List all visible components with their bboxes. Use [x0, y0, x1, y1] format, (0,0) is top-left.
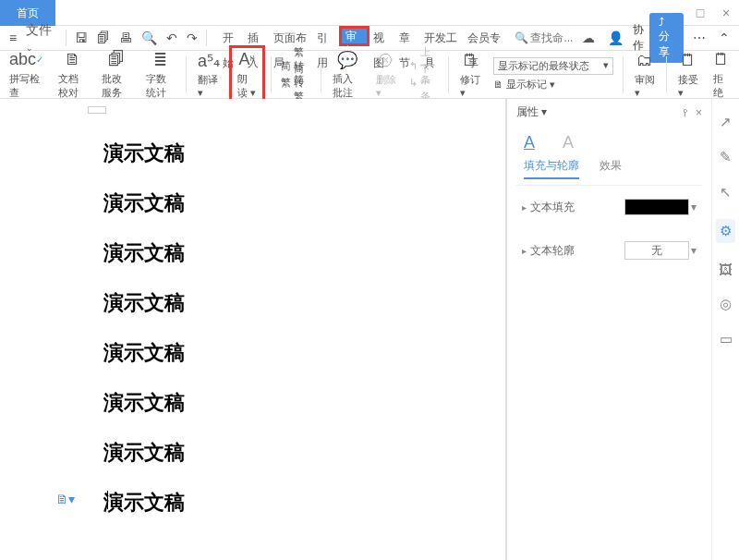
read-aloud-icon: A⁾⁾ — [238, 50, 255, 70]
main-area: 演示文稿 演示文稿 演示文稿 演示文稿 演示文稿 演示文稿 演示文稿 演示文稿 … — [0, 99, 739, 560]
delete-icon: ⮾ — [378, 51, 394, 71]
tool-strip: ↗ ✎ ↖ ⚙ 🖼 ◎ ▭ — [711, 99, 739, 560]
doc-line: 演示文稿 — [103, 239, 185, 267]
wordcount-icon: ≣ — [153, 50, 167, 70]
preview-icon[interactable]: 🔍 — [138, 30, 161, 45]
wordcount-button[interactable]: ≣ 字数统计 — [140, 50, 180, 100]
menu-icon[interactable]: ≡ — [6, 30, 20, 45]
search-box[interactable]: 🔍 — [515, 31, 576, 44]
convert-simp-icon: 繁 — [281, 76, 291, 90]
fill-dropdown-icon[interactable]: ▾ — [691, 201, 697, 213]
doc-line: 演示文稿 — [103, 289, 185, 317]
doc-status-icon: 🗎▾ — [55, 492, 75, 506]
show-markup-button[interactable]: 🗎 显示标记 ▾ — [493, 77, 613, 91]
tool-target-icon[interactable]: ◎ — [720, 296, 732, 312]
doc-line: 演示文稿 — [103, 140, 185, 167]
search-input[interactable] — [530, 31, 576, 44]
collapse-ribbon-icon[interactable]: ⌃ — [715, 30, 733, 45]
doc-line: 演示文稿 — [103, 189, 185, 217]
search-icon: 🔍 — [515, 31, 528, 44]
outline-select[interactable]: 无 — [624, 241, 689, 260]
spell-check-button[interactable]: abc✓ 拼写检查 — [4, 50, 49, 100]
prev-icon: ↰ — [409, 60, 418, 72]
bulk-edit-icon: 🗐 — [108, 50, 125, 70]
panel-title: 属性 ▾ — [516, 104, 547, 120]
tool-launch-icon[interactable]: ↗ — [720, 114, 732, 130]
cloud-icon[interactable]: ☁ — [578, 30, 599, 45]
bulk-edit-button[interactable]: 🗐 批改服务 — [96, 50, 136, 100]
doc-line: 演示文稿 — [103, 439, 185, 467]
convert-simp-button[interactable]: 繁 简转繁 — [281, 76, 312, 91]
next-comment-button[interactable]: ↳ 下一条 — [409, 76, 439, 91]
translate-button[interactable]: a⁵₄ 翻译 ▾ — [192, 51, 225, 99]
tab-chapter[interactable]: 章节 — [395, 26, 421, 51]
revise-button[interactable]: 🗒 修订 ▾ — [454, 51, 486, 99]
accept-button[interactable]: 🗒 接受 ▾ — [672, 51, 704, 99]
tab-effect[interactable]: 效果 — [600, 158, 622, 179]
tool-settings-icon[interactable]: ⚙ — [716, 219, 735, 243]
properties-panel: 属性 ▾ ⫯ × A A 填充与轮廓 效果 文本填充 ▾ 文本轮廓 无 ▾ — [506, 99, 711, 560]
text-style-icon[interactable]: A — [524, 133, 535, 152]
text-outline-label[interactable]: 文本轮廓 — [522, 243, 575, 259]
convert-trad-icon: 简 — [281, 59, 291, 73]
proofread-icon: 🗎 — [65, 50, 81, 70]
revise-icon: 🗒 — [462, 51, 479, 71]
doc-line: 演示文稿 — [103, 339, 185, 367]
text-cursor — [107, 491, 108, 509]
page-break-marker — [88, 106, 106, 114]
tool-image-icon[interactable]: 🖼 — [719, 262, 733, 277]
read-aloud-button[interactable]: A⁾⁾ 朗读 ▾ — [236, 50, 259, 100]
review-pane-icon: 🗂 — [636, 51, 653, 71]
delete-comment-button[interactable]: ⮾ 删除 ▾ — [370, 51, 402, 99]
collaborate-label[interactable]: 协作 — [633, 22, 644, 54]
markup-icon: 🗎 — [493, 79, 503, 90]
user-icon[interactable]: 👤 — [604, 30, 627, 45]
insert-comment-button[interactable]: 💬 插入批注 — [327, 50, 367, 100]
document-content: 演示文稿 演示文稿 演示文稿 演示文稿 演示文稿 演示文稿 演示文稿 演示文稿 — [103, 117, 185, 539]
tool-pen-icon[interactable]: ✎ — [720, 149, 732, 165]
markup-state-dropdown[interactable]: 显示标记的最终状态 ▾ — [493, 57, 613, 75]
fill-color-swatch[interactable] — [624, 199, 689, 215]
more-icon[interactable]: ⋯ — [689, 30, 709, 45]
review-pane-button[interactable]: 🗂 审阅 ▾ — [629, 51, 660, 99]
tab-view[interactable]: 视图 — [370, 26, 395, 51]
comment-icon: 💬 — [337, 50, 357, 70]
text-fill-label[interactable]: 文本填充 — [522, 200, 575, 215]
save-icon[interactable]: 🖫 — [71, 30, 91, 45]
doc-line: 演示文稿 — [103, 489, 185, 517]
tab-references[interactable]: 引用 — [313, 26, 339, 51]
tab-member[interactable]: 会员专享 — [464, 26, 507, 51]
text-effect-icon[interactable]: A — [563, 133, 574, 152]
document-area[interactable]: 演示文稿 演示文稿 演示文稿 演示文稿 演示文稿 演示文稿 演示文稿 演示文稿 … — [0, 99, 506, 560]
outline-dropdown-icon[interactable]: ▾ — [691, 244, 697, 257]
redo-icon[interactable]: ↷ — [183, 30, 201, 45]
save-as-icon[interactable]: 🗐 — [93, 30, 114, 45]
menu-bar: ≡ 文件 ⌄ 🖫 🗐 🖶 🔍 ↶ ↷ 开始 插入 页面布局 引用 审阅 视图 章… — [0, 26, 739, 51]
read-aloud-highlight: A⁾⁾ 朗读 ▾ — [229, 45, 265, 104]
doc-line: 演示文稿 — [103, 389, 185, 417]
proofread-button[interactable]: 🗎 文档校对 — [53, 50, 92, 100]
accept-icon: 🗒 — [680, 51, 697, 71]
reject-icon: 🗒 — [713, 50, 730, 70]
tool-select-icon[interactable]: ↖ — [720, 184, 732, 201]
pin-icon[interactable]: ⫯ — [683, 106, 688, 119]
tool-book-icon[interactable]: ▭ — [720, 331, 733, 347]
spell-check-icon: abc✓ — [9, 50, 43, 70]
tab-fill-outline[interactable]: 填充与轮廓 — [524, 158, 579, 179]
undo-icon[interactable]: ↶ — [163, 30, 181, 45]
panel-close-icon[interactable]: × — [696, 106, 702, 119]
translate-icon: a⁵₄ — [198, 51, 220, 71]
reject-button[interactable]: 🗒 拒绝 — [708, 50, 735, 100]
print-icon[interactable]: 🖶 — [115, 30, 136, 45]
next-icon: ↳ — [409, 77, 418, 89]
tab-review[interactable]: 审阅 — [339, 26, 370, 46]
